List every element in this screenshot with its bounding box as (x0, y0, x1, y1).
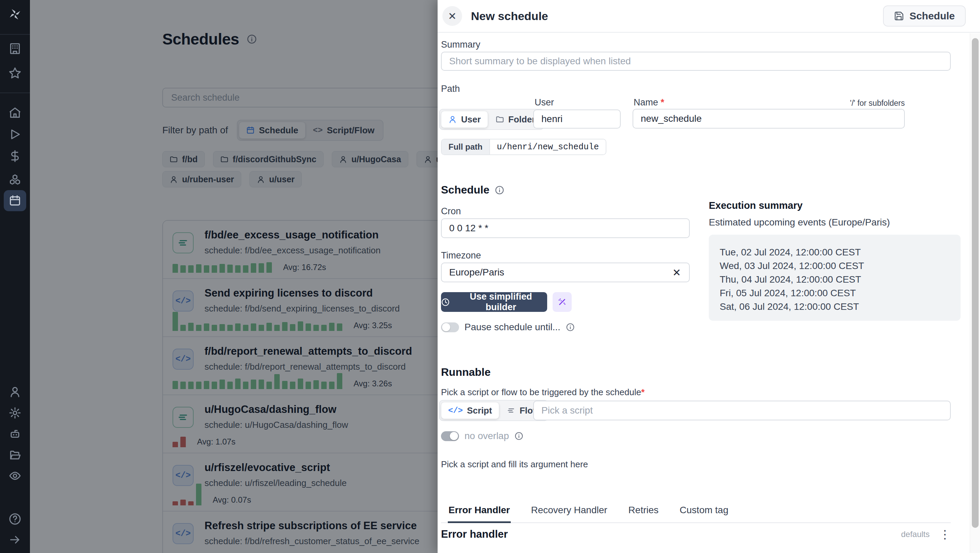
drawer-scrollbar[interactable] (970, 33, 980, 553)
owner-option-label: Folder (508, 114, 535, 125)
sidebar-item-runs[interactable] (0, 124, 30, 145)
full-path-display: Full path u/henri/new_schedule (441, 139, 606, 155)
info-icon[interactable] (495, 185, 504, 195)
save-icon (894, 11, 904, 21)
pause-schedule-label: Pause schedule until... (465, 322, 560, 333)
tab-label: Custom tag (679, 505, 728, 515)
app: Schedules Filter by path of Schedule <> … (0, 0, 980, 553)
clock-icon (441, 297, 450, 307)
kind-option-label: Script (467, 405, 492, 416)
execution-summary-heading: Execution summary (709, 200, 803, 211)
scrollbar-thumb[interactable] (972, 38, 978, 528)
save-schedule-button[interactable]: Schedule (883, 5, 966, 27)
no-overlap-row: no overlap (441, 431, 523, 442)
full-path-value: u/henri/new_schedule (489, 140, 606, 154)
info-icon[interactable] (514, 432, 523, 440)
error-handler-row: Error handler defaults ⋮ (441, 528, 951, 540)
folder-icon (495, 115, 504, 124)
magic-wand-icon (557, 297, 567, 307)
save-button-label: Schedule (910, 10, 955, 22)
path-name-input[interactable] (633, 109, 905, 129)
flow-icon (507, 406, 515, 415)
upcoming-event: Fri, 05 Jul 2024, 12:00:00 CEST (720, 286, 961, 300)
subfolder-hint: '/' for subfolders (805, 99, 905, 108)
runnable-section-heading: Runnable (441, 366, 491, 378)
drawer-body: Summary Path User Name * '/' for subfold… (438, 33, 970, 553)
drawer-title: New schedule (471, 10, 548, 23)
required-asterisk: * (641, 387, 644, 397)
kind-option-script[interactable]: </> Script (441, 402, 499, 419)
handler-tabs: Error Handler Recovery Handler Retries C… (441, 505, 951, 523)
ai-wand-button[interactable] (553, 292, 572, 312)
handler-tab[interactable]: Recovery Handler (530, 505, 608, 523)
drawer-header: ✕ New schedule Schedule (438, 0, 980, 33)
execution-summary-subheading: Estimated upcoming events (Europe/Paris) (709, 217, 890, 228)
kebab-menu-icon[interactable]: ⋮ (939, 529, 951, 540)
sidebar-item-home[interactable] (0, 102, 30, 124)
sidebar-item-user[interactable] (0, 381, 30, 403)
builder-button-label: Use simplified builder (455, 291, 547, 313)
sidebar-item-variables[interactable] (0, 145, 30, 167)
sidebar-item-folders[interactable] (0, 444, 30, 466)
sidebar-item-settings[interactable] (0, 402, 30, 424)
runnable-hint: Pick a script and fill its argument here (441, 459, 588, 470)
sidebar-divider (0, 34, 30, 35)
new-schedule-drawer: ✕ New schedule Schedule Summary Path Use… (438, 0, 980, 553)
pause-schedule-row: Pause schedule until... (441, 322, 575, 333)
upcoming-event: Thu, 04 Jul 2024, 12:00:00 CEST (720, 273, 961, 286)
no-overlap-toggle[interactable] (441, 431, 459, 441)
sidebar-item-audit[interactable] (0, 465, 30, 487)
name-column-label: Name * (633, 97, 664, 108)
timezone-input[interactable] (441, 262, 690, 282)
owner-option-label: User (461, 114, 481, 125)
sidebar-divider (0, 92, 30, 93)
summary-label: Summary (441, 40, 480, 50)
owner-kind-toggle: User Folder (439, 109, 544, 130)
upcoming-event: Tue, 02 Jul 2024, 12:00:00 CEST (720, 246, 961, 259)
code-icon: </> (448, 406, 463, 415)
owner-option-user[interactable]: User (441, 111, 488, 128)
tab-label: Error Handler (449, 505, 510, 515)
close-icon[interactable]: ✕ (442, 6, 462, 26)
sidebar-collapse-arrow[interactable] (0, 529, 30, 551)
handler-tab[interactable]: Error Handler (448, 505, 511, 523)
windmill-logo-icon[interactable] (0, 5, 30, 24)
handler-tab[interactable]: Retries (628, 505, 659, 523)
cron-input[interactable] (441, 218, 690, 238)
sidebar-item-help[interactable] (0, 508, 30, 530)
info-icon[interactable] (566, 323, 575, 332)
path-user-input[interactable] (533, 110, 620, 129)
no-overlap-label: no overlap (465, 431, 509, 442)
sidebar-item-workers[interactable] (0, 423, 30, 445)
error-handler-heading: Error handler (441, 528, 508, 540)
pause-schedule-toggle[interactable] (441, 323, 459, 332)
person-icon (448, 115, 457, 124)
schedule-section-heading: Schedule (441, 184, 504, 196)
tab-label: Recovery Handler (531, 505, 608, 515)
script-picker-input[interactable] (533, 400, 951, 420)
upcoming-event: Sat, 06 Jul 2024, 12:00:00 CEST (720, 300, 961, 313)
path-section-label: Path (441, 84, 460, 94)
cron-label: Cron (441, 206, 461, 217)
timezone-clear-icon[interactable]: ✕ (672, 267, 681, 278)
sidebar-item-schedules[interactable] (0, 190, 30, 211)
user-column-label: User (535, 97, 554, 108)
sidebar (0, 0, 30, 553)
handler-tab[interactable]: Custom tag (679, 505, 729, 523)
upcoming-events-panel: Tue, 02 Jul 2024, 12:00:00 CEST Wed, 03 … (709, 235, 961, 321)
upcoming-event: Wed, 03 Jul 2024, 12:00:00 CEST (720, 259, 961, 273)
sidebar-item-favorites[interactable] (0, 62, 30, 84)
pick-runnable-label: Pick a script or flow to be triggered by… (441, 387, 644, 397)
full-path-label: Full path (442, 140, 489, 154)
tab-label: Retries (628, 505, 659, 515)
required-asterisk: * (661, 97, 665, 108)
sidebar-item-workspace[interactable] (0, 38, 30, 59)
defaults-label: defaults (901, 529, 930, 539)
summary-input[interactable] (441, 52, 951, 71)
timezone-label: Timezone (441, 250, 481, 261)
sidebar-item-resources[interactable] (0, 168, 30, 190)
simplified-builder-button[interactable]: Use simplified builder (441, 292, 547, 312)
runnable-kind-toggle: </> Script Flow (439, 400, 549, 421)
